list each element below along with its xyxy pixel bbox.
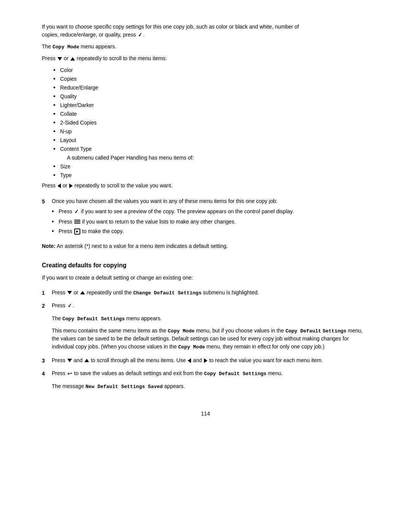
step-2-content: Press ✓. — [52, 302, 369, 310]
down-arrow-icon-step1 — [67, 291, 72, 294]
step-5-bullet-2: Press if you want to return to the value… — [52, 218, 369, 226]
section-heading: Creating defaults for copying — [42, 261, 369, 270]
list-item: Content Type A submenu called Paper Hand… — [53, 145, 369, 162]
list-icon-step5 — [74, 219, 80, 224]
down-arrow-icon-step3 — [67, 359, 72, 362]
list-item: Layout — [53, 136, 369, 144]
list-item: Type — [53, 171, 369, 179]
list-item: 2-Sided Copies — [53, 119, 369, 127]
copy-mode-mono-2: Copy Mode — [178, 344, 205, 350]
step-5-number: 5 — [42, 197, 48, 206]
list-item: Color — [53, 66, 369, 74]
step-3-content: Press and to scroll through all the menu… — [52, 356, 369, 364]
list-item: Quality — [53, 93, 369, 101]
menu-appears-text: menu appears. — [79, 43, 116, 50]
step-5: 5 Once you have chosen all the values yo… — [42, 197, 369, 238]
list-item: N-up — [53, 128, 369, 136]
step-4-content: Press ↩ to save the values as default se… — [52, 369, 369, 378]
copy-default-appears: The Copy Default Settings menu appears. — [52, 315, 369, 323]
up-arrow-icon-step1 — [80, 291, 85, 294]
left-arrow-icon-1 — [57, 184, 61, 188]
copy-default-settings-mono: Copy Default Settings — [62, 316, 125, 322]
step-4-number: 4 — [42, 369, 48, 378]
check-icon-intro: ✓ — [138, 31, 142, 40]
copy-mode-label: Copy Mode — [53, 44, 79, 50]
note-text: An asterisk (*) next to a value for a me… — [56, 243, 228, 249]
step-5-text: Once you have chosen all the values you … — [52, 198, 277, 204]
step-5-bullet-1: Press ✓ if you want to see a preview of … — [52, 208, 369, 216]
list-item: Collate — [53, 110, 369, 118]
step-2-number: 2 — [42, 302, 48, 310]
new-default-settings-mono: New Default Settings Saved — [86, 384, 163, 390]
explanation-paragraph: This menu contains the same menu items a… — [52, 327, 369, 351]
down-arrow-icon-1 — [57, 57, 62, 61]
intro-text-2: copies, reduce/enlarge, or quality, pres… — [42, 32, 136, 38]
step-3-number: 3 — [42, 356, 48, 365]
page-content: If you want to choose specific copy sett… — [42, 0, 369, 532]
up-arrow-icon-1 — [70, 57, 75, 61]
step-5-bullet-3: Press to make the copy. — [52, 227, 369, 235]
step-1: 1 Press or repeatedly until the Change D… — [42, 289, 369, 297]
check-icon-step5: ✓ — [75, 208, 78, 216]
list-item: Copies — [53, 75, 369, 83]
intro-paragraph: If you want to choose specific copy sett… — [42, 23, 369, 40]
intro-text-1: If you want to choose specific copy sett… — [42, 24, 299, 30]
step-1-number: 1 — [42, 289, 48, 297]
note-bold-label: Note: — [42, 243, 56, 249]
copy-default-settings-mono-4: Copy Default Settings — [204, 371, 266, 377]
note-paragraph: Note: An asterisk (*) next to a value fo… — [42, 242, 369, 250]
scroll-value-instruction: Press or repeatedly to scroll to the val… — [42, 182, 369, 190]
step-3: 3 Press and to scroll through all the me… — [42, 356, 369, 365]
check-icon-step2: ✓ — [68, 302, 72, 310]
left-arrow-icon-step3 — [188, 358, 191, 363]
step-5-content: Once you have chosen all the values you … — [52, 197, 369, 238]
list-item: Lighter/Darker — [53, 101, 369, 109]
copy-icon-step5 — [74, 228, 80, 235]
submenu-note: A submenu called Paper Handling has menu… — [67, 154, 369, 162]
page-number: 114 — [42, 410, 369, 418]
list-item: Reduce/Enlarge — [53, 84, 369, 92]
return-icon-step4: ↩ — [67, 369, 72, 378]
step-2: 2 Press ✓. — [42, 302, 369, 310]
list-item: Size — [53, 163, 369, 171]
copy-mode-mono-1: Copy Mode — [168, 328, 194, 334]
menu-items-list: Color Copies Reduce/Enlarge Quality Ligh… — [53, 66, 369, 179]
step-1-content: Press or repeatedly until the Change Def… — [52, 289, 369, 297]
up-arrow-icon-step3 — [84, 359, 89, 362]
settings-mono: Settings — [323, 328, 346, 334]
step-5-bullets: Press ✓ if you want to see a preview of … — [52, 208, 369, 235]
press-scroll-instruction: Press or repeatedly to scroll to the men… — [42, 54, 369, 62]
intro-period: . — [143, 32, 145, 38]
right-arrow-icon-step3 — [204, 358, 207, 363]
final-note: The message New Default Settings Saved a… — [52, 382, 369, 391]
section-intro: If you want to create a default setting … — [42, 274, 369, 282]
change-default-mono: Change Default Settings — [133, 290, 201, 296]
copy-default-mono-2: Copy Default — [285, 328, 321, 334]
copy-mode-appears: The Copy Mode menu appears. — [42, 43, 369, 51]
right-arrow-icon-1 — [69, 184, 73, 188]
step-4: 4 Press ↩ to save the values as default … — [42, 369, 369, 378]
